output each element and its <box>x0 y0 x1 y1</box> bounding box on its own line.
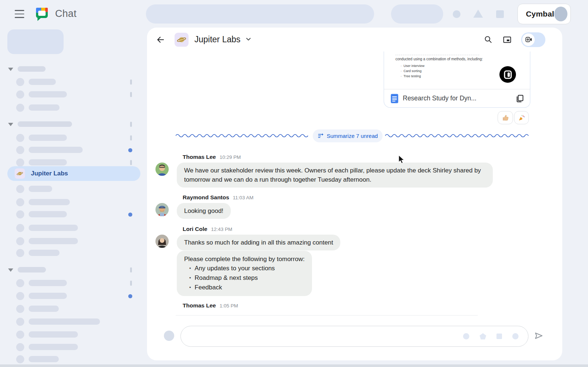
avatar-placeholder <box>16 318 24 326</box>
reaction-party-popper[interactable] <box>514 111 529 124</box>
sidebar-skeleton-item[interactable] <box>0 145 147 155</box>
chat-panel: Jupiter Labs conducted using a combinati… <box>147 28 562 360</box>
avatar-placeholder <box>16 210 24 218</box>
chevron-down-icon[interactable] <box>8 123 13 126</box>
avatar-placeholder <box>16 279 24 287</box>
sidebar-skeleton-item[interactable] <box>0 184 147 194</box>
compose-icon-placeholder[interactable] <box>496 334 502 339</box>
message-header: Raymond Santos 11:03 AM <box>183 194 254 201</box>
avatar-thomas-lee[interactable] <box>155 163 169 176</box>
sidebar-skeleton-item[interactable] <box>0 133 147 143</box>
sidebar-skeleton-item[interactable] <box>0 210 147 219</box>
copy-icon <box>515 94 524 103</box>
chevron-down-icon[interactable] <box>8 68 13 71</box>
sidebar-skeleton-item[interactable] <box>0 103 147 113</box>
sender-name: Lori Cole <box>183 226 207 232</box>
avatar-raymond-santos[interactable] <box>155 203 169 216</box>
reaction-thumbs-up[interactable] <box>498 111 513 124</box>
label-placeholder <box>29 104 60 111</box>
menu-placeholder <box>130 267 132 272</box>
toggle-knob <box>522 33 535 46</box>
menu-placeholder <box>130 92 132 97</box>
sidebar-skeleton-item[interactable] <box>0 291 147 301</box>
chevron-down-icon[interactable] <box>8 268 13 272</box>
avatar-placeholder <box>16 305 24 313</box>
back-arrow-icon <box>156 35 165 44</box>
menu-placeholder <box>130 160 132 165</box>
search-in-space-button[interactable] <box>481 32 495 47</box>
sidebar-skeleton-item[interactable] <box>0 248 147 258</box>
list-item: Any updates to your sections <box>195 265 275 272</box>
menu-placeholder <box>130 122 132 127</box>
label-placeholder <box>29 225 78 231</box>
send-icon <box>534 331 544 341</box>
sidebar-item-jupiter-labs[interactable]: Jupiter Labs <box>7 166 140 181</box>
space-header: Jupiter Labs <box>147 28 562 51</box>
shared-doc-card[interactable]: conducted using a combination of methods… <box>384 51 530 108</box>
sidebar-skeleton <box>0 0 147 367</box>
sidebar-skeleton-item[interactable] <box>0 197 147 207</box>
message-header: Lori Cole 12:43 PM <box>183 226 232 232</box>
sidebar-skeleton-item[interactable] <box>0 90 147 99</box>
account-avatar[interactable] <box>554 7 567 21</box>
message-bubble: We have our stakeholder review this week… <box>177 163 493 188</box>
label-placeholder <box>29 159 67 165</box>
avatar-placeholder <box>16 249 24 257</box>
sidebar-skeleton-item[interactable] <box>0 330 147 339</box>
chevron-down-icon[interactable] <box>245 36 251 43</box>
summarize-label: Summarize 7 unread <box>327 133 378 139</box>
sidebar-skeleton-item[interactable] <box>0 342 147 352</box>
unread-dot <box>128 294 132 298</box>
open-side-panel-button[interactable] <box>499 66 516 83</box>
message-bubble: Looking good! <box>177 203 231 219</box>
message-time: 12:43 PM <box>211 227 232 232</box>
doc-preview-bullet: Tree testing <box>401 74 421 78</box>
sidebar-section-header[interactable] <box>0 64 147 74</box>
back-button[interactable] <box>154 33 167 46</box>
compose-icon-placeholder[interactable] <box>463 333 469 339</box>
topbar-placeholder-pill <box>391 4 443 24</box>
thumbs-up-emoji <box>502 114 509 121</box>
sidebar-skeleton-item[interactable] <box>0 223 147 233</box>
open-in-window-button[interactable] <box>500 32 514 47</box>
label-placeholder <box>29 306 59 312</box>
message-header: Thomas Lee 1:05 PM <box>183 302 238 309</box>
huddle-toggle[interactable] <box>521 32 545 47</box>
sender-name: Thomas Lee <box>183 154 216 160</box>
compose-action-placeholder[interactable] <box>164 331 174 341</box>
saturn-icon <box>177 35 186 44</box>
space-emoji-avatar <box>175 33 189 47</box>
doc-preview-text: conducted using a combination of methods… <box>395 57 483 61</box>
sidebar-skeleton-item[interactable] <box>0 236 147 246</box>
google-docs-icon <box>391 94 398 103</box>
sidebar-skeleton-item[interactable] <box>0 278 147 288</box>
copy-link-button[interactable] <box>515 94 524 103</box>
sidebar-skeleton-item[interactable] <box>0 317 147 327</box>
sidebar-skeleton-item[interactable] <box>0 354 147 364</box>
doc-file-row[interactable]: Research Study for Dyn... <box>384 89 530 107</box>
avatar-placeholder <box>16 90 24 99</box>
space-title[interactable]: Jupiter Labs <box>194 35 240 44</box>
message-input[interactable] <box>180 326 528 347</box>
label-placeholder <box>29 356 59 362</box>
label-placeholder <box>29 211 67 217</box>
side-panel-icon <box>503 70 513 79</box>
brand-box: Cymbal <box>517 4 571 24</box>
search-bar[interactable] <box>146 4 374 24</box>
sidebar-section-header[interactable] <box>0 120 147 129</box>
label-placeholder <box>29 186 52 192</box>
compose-icon-placeholder[interactable] <box>480 333 486 339</box>
avatar-placeholder <box>16 146 24 154</box>
sidebar-section-header[interactable] <box>0 265 147 275</box>
avatar-placeholder <box>16 237 24 245</box>
clipped-text-line <box>395 55 479 55</box>
compose-icon-placeholder[interactable] <box>512 333 519 339</box>
sidebar-skeleton-item[interactable] <box>0 77 147 87</box>
summarize-unread-button[interactable]: Summarize 7 unread <box>313 129 383 142</box>
avatar-lori-cole[interactable] <box>155 235 169 248</box>
sidebar-skeleton-item[interactable] <box>0 304 147 314</box>
avatar-placeholder <box>16 158 24 167</box>
send-button[interactable] <box>534 331 544 341</box>
label-placeholder <box>29 238 78 244</box>
doc-file-title: Research Study for Dyn... <box>403 95 511 102</box>
